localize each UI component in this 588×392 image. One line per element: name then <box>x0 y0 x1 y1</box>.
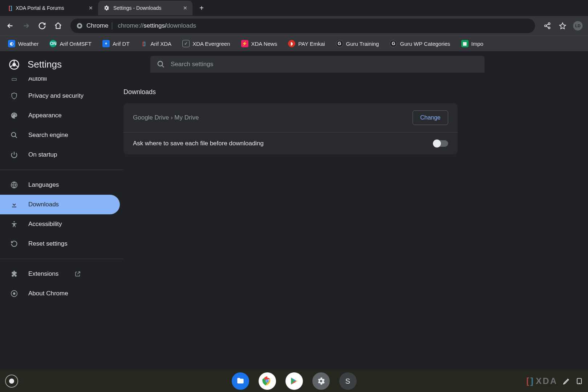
back-button[interactable] <box>4 19 17 32</box>
share-button[interactable] <box>541 19 554 32</box>
ask-where-row: Ask where to save each file before downl… <box>123 132 458 154</box>
svg-point-8 <box>12 133 16 137</box>
tab-strip: [] XDA Portal & Forums ✕ Settings - Down… <box>0 0 588 16</box>
tab-title: XDA Portal & Forums <box>16 5 85 11</box>
play-store-icon[interactable] <box>285 372 303 390</box>
settings-header: Settings Search settings <box>0 51 588 77</box>
sidebar-item-privacy[interactable]: Privacy and security <box>0 86 120 106</box>
sidebar-divider <box>0 170 123 170</box>
sidebar-item-autofill[interactable]: ▭ Autofill <box>0 77 120 86</box>
external-link-icon <box>74 271 81 277</box>
search-icon <box>10 132 18 139</box>
close-tab-icon[interactable]: ✕ <box>183 5 187 11</box>
chrome-icon <box>10 290 18 297</box>
downloads-card: Google Drive › My Drive Change Ask where… <box>123 103 458 154</box>
download-location-row: Google Drive › My Drive Change <box>123 103 458 132</box>
page-title: Settings <box>28 59 62 70</box>
bookmark-pay-emkai[interactable]: ◗PAY Emkai <box>284 39 328 49</box>
download-location-text: Google Drive › My Drive <box>133 114 199 121</box>
bookmark-guru-training[interactable]: GGuru Training <box>332 39 383 49</box>
reset-icon <box>10 240 18 247</box>
settings-content: Downloads Google Drive › My Drive Change… <box>123 77 588 370</box>
bookmark-xda-evergreen[interactable]: ✓XDA Evergreen <box>179 39 234 49</box>
files-app-icon[interactable] <box>232 372 249 390</box>
sidebar-item-about-chrome[interactable]: About Chrome <box>0 284 120 303</box>
xda-watermark: [] XDA <box>526 376 557 386</box>
svg-point-4 <box>548 27 550 29</box>
avatar-icon[interactable]: S <box>339 372 357 390</box>
section-title: Downloads <box>123 88 588 96</box>
sidebar-divider <box>0 259 123 259</box>
settings-search-box[interactable]: Search settings <box>150 56 484 73</box>
sidebar-item-downloads[interactable]: Downloads <box>0 195 120 214</box>
close-tab-icon[interactable]: ✕ <box>89 5 93 11</box>
svg-point-2 <box>548 23 550 25</box>
bookmark-xda-news[interactable]: ⚡XDA News <box>238 39 281 49</box>
browser-toolbar: Chrome chrome://settings/downloads LD <box>0 16 588 36</box>
sidebar-item-reset[interactable]: Reset settings <box>0 234 120 254</box>
url-text: chrome://settings/downloads <box>116 22 196 29</box>
bookmark-impo[interactable]: ▦Impo <box>458 39 487 49</box>
gear-favicon <box>103 5 110 11</box>
chrome-app-icon[interactable] <box>259 372 276 390</box>
bookmark-guru-wp[interactable]: GGuru WP Categories <box>386 39 454 49</box>
chromeos-shelf: S [] XDA <box>0 370 588 392</box>
autofill-icon: ▭ <box>10 77 18 83</box>
home-button[interactable] <box>52 19 65 32</box>
shield-icon <box>10 92 18 100</box>
bookmark-arif-xda[interactable]: []Arif XDA <box>137 39 175 49</box>
svg-point-16 <box>266 380 268 382</box>
svg-point-7 <box>158 61 163 66</box>
site-label: Chrome <box>86 22 112 29</box>
tab-title: Settings - Downloads <box>113 5 179 11</box>
site-info-icon[interactable] <box>76 23 83 29</box>
tab-settings[interactable]: Settings - Downloads ✕ <box>98 1 192 15</box>
svg-point-10 <box>13 221 15 222</box>
bookmark-arif-onmsft[interactable]: ONArif OnMSFT <box>46 39 95 49</box>
settings-sidebar: ▭ Autofill Privacy and security Appearan… <box>0 77 123 370</box>
palette-icon <box>10 112 18 119</box>
svg-point-3 <box>545 25 547 27</box>
chrome-logo-icon <box>9 59 19 69</box>
ask-where-toggle[interactable] <box>434 140 448 147</box>
extension-icon <box>10 270 18 278</box>
pen-icon[interactable] <box>563 377 571 385</box>
ask-where-label: Ask where to save each file before downl… <box>133 140 264 147</box>
sidebar-item-search-engine[interactable]: Search engine <box>0 125 120 145</box>
sidebar-item-accessibility[interactable]: Accessibility <box>0 214 120 234</box>
settings-app-icon[interactable] <box>312 372 330 390</box>
change-location-button[interactable]: Change <box>413 110 448 125</box>
bookmarks-bar: ◐Weather ONArif OnMSFT +Arif DT []Arif X… <box>0 36 588 51</box>
svg-point-12 <box>13 292 16 295</box>
search-placeholder: Search settings <box>171 61 213 68</box>
globe-icon <box>10 181 18 189</box>
sidebar-item-appearance[interactable]: Appearance <box>0 106 120 125</box>
sidebar-item-on-startup[interactable]: On startup <box>0 145 120 165</box>
svg-point-6 <box>12 63 16 66</box>
bookmark-star-button[interactable] <box>556 19 569 32</box>
tablet-icon[interactable] <box>576 377 583 385</box>
reload-button[interactable] <box>36 19 49 32</box>
power-icon <box>10 151 18 158</box>
address-bar[interactable]: Chrome chrome://settings/downloads <box>70 19 535 33</box>
download-icon <box>10 201 18 208</box>
sidebar-item-extensions[interactable]: Extensions <box>0 264 120 284</box>
new-tab-button[interactable]: + <box>196 3 207 13</box>
search-icon <box>157 60 165 68</box>
extension-button[interactable]: LD <box>571 19 584 32</box>
accessibility-icon <box>10 221 18 228</box>
xda-favicon: [] <box>9 5 12 11</box>
forward-button[interactable] <box>20 19 33 32</box>
launcher-button[interactable] <box>5 375 18 388</box>
bookmark-arif-dt[interactable]: +Arif DT <box>99 39 133 49</box>
svg-point-1 <box>78 25 81 27</box>
tab-xda[interactable]: [] XDA Portal & Forums ✕ <box>4 1 98 15</box>
bookmark-weather[interactable]: ◐Weather <box>4 39 42 49</box>
sidebar-item-languages[interactable]: Languages <box>0 175 120 195</box>
